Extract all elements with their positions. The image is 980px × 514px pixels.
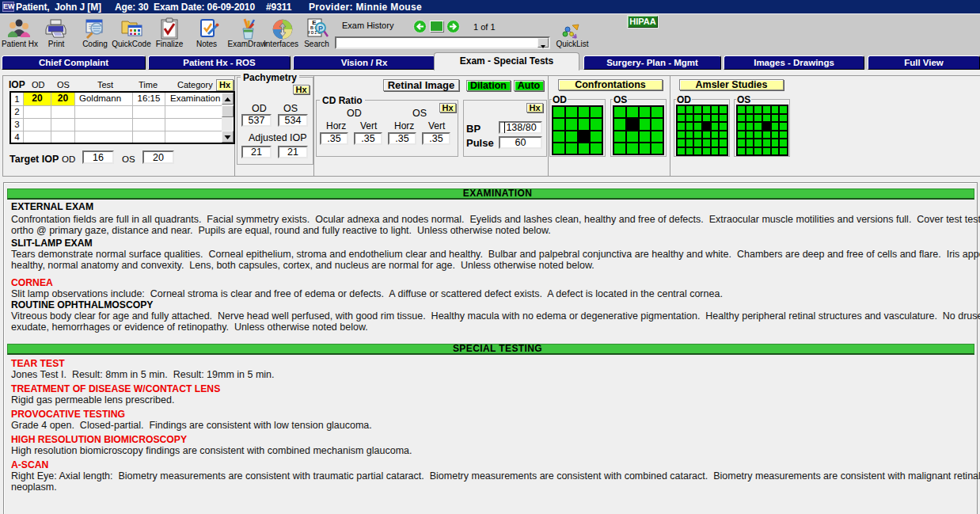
svg-text:P: P <box>318 25 323 32</box>
